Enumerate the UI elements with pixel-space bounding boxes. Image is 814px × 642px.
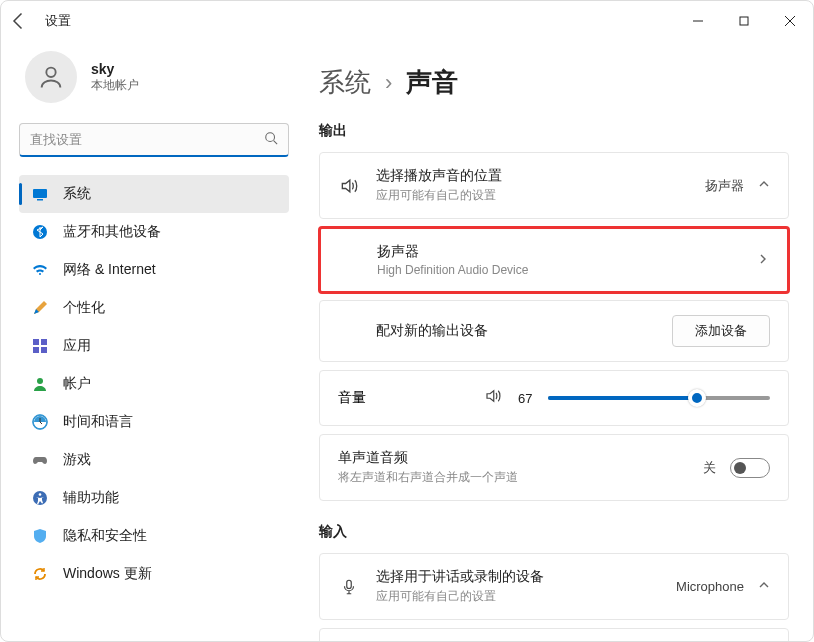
nav-label: 蓝牙和其他设备 — [63, 223, 161, 241]
breadcrumb: 系统 › 声音 — [319, 65, 789, 100]
nav-item-accounts[interactable]: 帐户 — [19, 365, 289, 403]
svg-rect-19 — [347, 580, 352, 588]
search-input[interactable] — [30, 132, 264, 147]
output-choose-card[interactable]: 选择播放声音的位置 应用可能有自己的设置 扬声器 — [319, 152, 789, 219]
svg-rect-10 — [33, 339, 39, 345]
row-title: 扬声器 — [377, 243, 741, 261]
nav-list: 系统 蓝牙和其他设备 网络 & Internet 个性化 应用 帐户 — [19, 175, 289, 593]
section-title-output: 输出 — [319, 122, 789, 140]
row-subtitle: 应用可能有自己的设置 — [376, 187, 689, 204]
svg-rect-13 — [41, 347, 47, 353]
brush-icon — [31, 299, 49, 317]
speaker-icon — [338, 176, 360, 196]
svg-line-6 — [274, 140, 278, 144]
game-icon — [31, 451, 49, 469]
nav-label: 系统 — [63, 185, 91, 203]
svg-rect-11 — [41, 339, 47, 345]
microphone-icon — [338, 578, 360, 596]
mono-toggle[interactable] — [730, 458, 770, 478]
avatar — [25, 51, 77, 103]
nav-label: 网络 & Internet — [63, 261, 156, 279]
volume-slider[interactable] — [548, 396, 770, 400]
privacy-icon — [31, 527, 49, 545]
row-subtitle: 应用可能有自己的设置 — [376, 588, 660, 605]
mono-audio-card[interactable]: 单声道音频 将左声道和右声道合并成一个声道 关 — [319, 434, 789, 501]
add-device-button[interactable]: 添加设备 — [672, 315, 770, 347]
volume-card: 音量 67 — [319, 370, 789, 426]
svg-rect-7 — [33, 189, 47, 198]
toggle-state-label: 关 — [703, 459, 716, 477]
bluetooth-icon — [31, 223, 49, 241]
titlebar: 设置 — [1, 1, 813, 41]
close-button[interactable] — [767, 5, 813, 37]
nav-label: Windows 更新 — [63, 565, 152, 583]
accessibility-icon — [31, 489, 49, 507]
wifi-icon — [31, 261, 49, 279]
maximize-button[interactable] — [721, 5, 767, 37]
volume-icon — [484, 387, 502, 409]
nav-item-apps[interactable]: 应用 — [19, 327, 289, 365]
profile-name: sky — [91, 61, 139, 77]
row-subtitle: 将左声道和右声道合并成一个声道 — [338, 469, 687, 486]
account-icon — [31, 375, 49, 393]
sidebar: sky 本地帐户 系统 蓝牙和其他设备 网络 & Internet — [1, 41, 301, 641]
chevron-up-icon — [758, 178, 770, 193]
system-icon — [31, 185, 49, 203]
row-title: 单声道音频 — [338, 449, 687, 467]
row-title: 选择播放声音的位置 — [376, 167, 689, 185]
input-device-card[interactable]: Microphone High Definition Audio Device — [319, 628, 789, 641]
svg-rect-8 — [37, 199, 43, 201]
volume-label: 音量 — [338, 389, 468, 407]
nav-item-network[interactable]: 网络 & Internet — [19, 251, 289, 289]
chevron-right-icon: › — [385, 70, 392, 96]
main-content: 系统 › 声音 输出 选择播放声音的位置 应用可能有自己的设置 扬声器 — [301, 41, 813, 641]
row-subtitle: High Definition Audio Device — [377, 263, 741, 277]
profile-subtitle: 本地帐户 — [91, 77, 139, 94]
nav-item-windows-update[interactable]: Windows 更新 — [19, 555, 289, 593]
apps-icon — [31, 337, 49, 355]
nav-item-system[interactable]: 系统 — [19, 175, 289, 213]
app-title: 设置 — [45, 12, 71, 30]
search-icon — [264, 131, 278, 149]
nav-label: 时间和语言 — [63, 413, 133, 431]
section-title-input: 输入 — [319, 523, 789, 541]
time-icon — [31, 413, 49, 431]
nav-label: 帐户 — [63, 375, 91, 393]
svg-point-5 — [266, 132, 275, 141]
nav-label: 应用 — [63, 337, 91, 355]
window-controls — [675, 5, 813, 37]
svg-rect-12 — [33, 347, 39, 353]
output-device-value: 扬声器 — [705, 177, 744, 195]
update-icon — [31, 565, 49, 583]
search-box[interactable] — [19, 123, 289, 157]
svg-point-18 — [39, 493, 42, 496]
input-device-value: Microphone — [676, 579, 744, 594]
svg-point-14 — [37, 378, 43, 384]
row-title: 配对新的输出设备 — [376, 322, 656, 340]
nav-label: 个性化 — [63, 299, 105, 317]
output-device-card[interactable]: 扬声器 High Definition Audio Device — [318, 226, 790, 294]
row-title: 选择用于讲话或录制的设备 — [376, 568, 660, 586]
nav-item-accessibility[interactable]: 辅助功能 — [19, 479, 289, 517]
nav-item-bluetooth[interactable]: 蓝牙和其他设备 — [19, 213, 289, 251]
chevron-right-icon — [757, 253, 769, 268]
minimize-button[interactable] — [675, 5, 721, 37]
back-button[interactable] — [9, 11, 29, 31]
pair-device-card: 配对新的输出设备 添加设备 — [319, 300, 789, 362]
crumb-parent[interactable]: 系统 — [319, 65, 371, 100]
svg-rect-1 — [740, 17, 748, 25]
nav-label: 隐私和安全性 — [63, 527, 147, 545]
nav-item-personalization[interactable]: 个性化 — [19, 289, 289, 327]
crumb-current: 声音 — [406, 65, 458, 100]
nav-item-time-language[interactable]: 时间和语言 — [19, 403, 289, 441]
volume-value: 67 — [518, 391, 532, 406]
nav-item-gaming[interactable]: 游戏 — [19, 441, 289, 479]
nav-label: 游戏 — [63, 451, 91, 469]
nav-label: 辅助功能 — [63, 489, 119, 507]
chevron-up-icon — [758, 579, 770, 594]
profile-block[interactable]: sky 本地帐户 — [19, 51, 289, 103]
svg-point-4 — [46, 68, 55, 77]
input-choose-card[interactable]: 选择用于讲话或录制的设备 应用可能有自己的设置 Microphone — [319, 553, 789, 620]
nav-item-privacy[interactable]: 隐私和安全性 — [19, 517, 289, 555]
